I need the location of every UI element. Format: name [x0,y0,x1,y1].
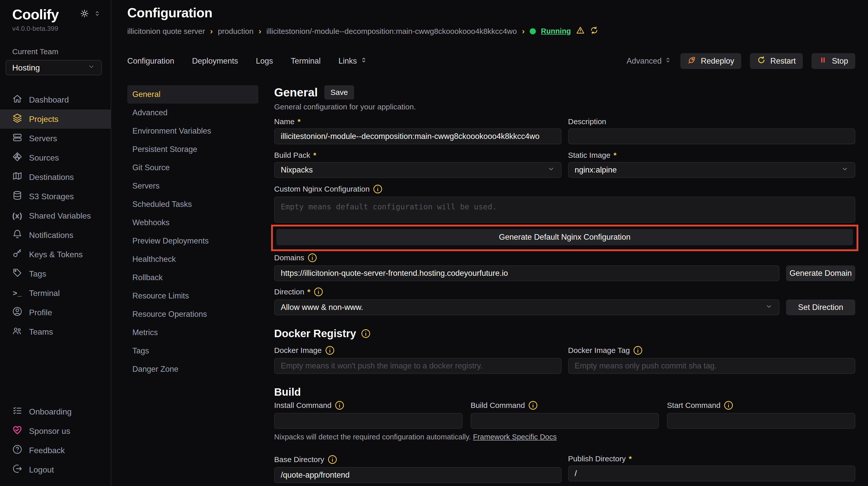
build-command-input[interactable] [471,413,659,429]
sidebar-item-logout[interactable]: Logout [0,460,111,479]
warning-triangle-icon[interactable] [576,26,585,36]
subnav-metrics[interactable]: Metrics [127,323,258,342]
sidebar-item-teams[interactable]: Teams [0,322,111,342]
redeploy-button[interactable]: Redeploy [680,53,741,69]
breadcrumb-environment[interactable]: production [218,27,253,36]
sidebar-item-tags[interactable]: Tags [0,264,111,284]
theme-switcher-chevrons-icon[interactable] [93,10,101,18]
tab-logs[interactable]: Logs [256,57,273,66]
stop-button[interactable]: Stop [811,53,855,69]
info-icon[interactable] [633,345,643,355]
sidebar-item-label: Profile [29,308,52,317]
tab-configuration[interactable]: Configuration [127,57,174,66]
build-pack-label: Build Pack* [274,151,561,160]
shared-variables-icon: (x) [12,212,22,220]
general-form: General Save General configuration for y… [274,85,855,486]
sidebar-item-label: Tags [29,269,46,279]
restart-button[interactable]: Restart [750,53,803,69]
breadcrumb-resource[interactable]: illicitestonion/-module--decomposition:m… [267,27,517,36]
bell-icon [12,229,22,241]
refresh-icon[interactable] [590,26,598,36]
sidebar-item-dashboard[interactable]: Dashboard [0,90,111,109]
sidebar-item-label: Sources [29,153,59,163]
sidebar-item-sources[interactable]: Sources [0,148,111,167]
subnav-scheduled-tasks[interactable]: Scheduled Tasks [127,195,258,214]
sidebar-item-onboarding[interactable]: Onboarding [0,402,111,421]
subnav-servers[interactable]: Servers [127,177,258,195]
info-icon[interactable] [307,253,317,263]
git-icon [12,152,22,164]
subnav-persistent-storage[interactable]: Persistent Storage [127,140,258,159]
subnav-danger-zone[interactable]: Danger Zone [127,360,258,378]
sidebar-item-servers[interactable]: Servers [0,129,111,148]
base-directory-label: Base Directory [274,454,561,465]
sidebar-item-sponsor[interactable]: Sponsor us [0,421,111,441]
name-input[interactable] [274,129,561,144]
subnav-rollback[interactable]: Rollback [127,268,258,287]
info-icon[interactable] [373,184,383,194]
sidebar-item-profile[interactable]: Profile [0,303,111,322]
generate-domain-button[interactable]: Generate Domain [786,265,855,281]
start-command-input[interactable] [667,413,855,429]
tab-links[interactable]: Links [339,56,368,66]
info-icon[interactable] [327,454,338,465]
tab-deployments[interactable]: Deployments [192,57,238,66]
subnav-advanced[interactable]: Advanced [127,103,258,122]
database-icon [12,190,22,202]
sidebar-item-projects[interactable]: Projects [0,109,111,129]
domains-input[interactable] [274,265,779,281]
sidebar-item-destinations[interactable]: Destinations [0,167,111,187]
sidebar-item-label: Terminal [29,289,60,298]
map-icon [12,171,22,183]
section-title-general: General [274,86,318,99]
docker-image-tag-label: Docker Image Tag [568,345,856,355]
subnav-healthcheck[interactable]: Healthcheck [127,250,258,268]
subnav-resource-limits[interactable]: Resource Limits [127,287,258,305]
docker-image-input[interactable] [274,358,561,374]
subnav-webhooks[interactable]: Webhooks [127,214,258,232]
info-icon[interactable] [723,400,734,411]
info-icon[interactable] [528,400,538,411]
subnav-preview-deployments[interactable]: Preview Deployments [127,232,258,250]
sidebar-item-s3-storages[interactable]: S3 Storages [0,187,111,206]
set-direction-button[interactable]: Set Direction [786,299,855,315]
tab-terminal[interactable]: Terminal [291,57,321,66]
nixpacks-note: Nixpacks will detect the required config… [274,433,855,441]
info-icon[interactable] [313,287,323,297]
info-icon[interactable] [335,400,345,411]
annotation-highlight-box: Generate Default Nginx Configuration [271,225,858,251]
home-icon [12,94,22,106]
info-icon[interactable] [325,345,335,355]
status-badge[interactable]: Running [541,27,571,35]
save-button[interactable]: Save [324,85,354,99]
team-select[interactable]: Hosting [6,60,102,75]
docker-image-tag-input[interactable] [568,358,856,374]
sidebar-item-notifications[interactable]: Notifications [0,225,111,245]
theme-sun-icon[interactable] [80,9,89,19]
subnav-environment-variables[interactable]: Environment Variables [127,122,258,140]
subnav-resource-operations[interactable]: Resource Operations [127,305,258,323]
page-title: Configuration [127,5,855,20]
sidebar-item-feedback[interactable]: Feedback [0,441,111,460]
nginx-config-textarea[interactable] [274,197,855,223]
description-input[interactable] [568,129,856,144]
sidebar-item-keys-tokens[interactable]: Keys & Tokens [0,245,111,264]
subnav-tags[interactable]: Tags [127,342,258,360]
framework-docs-link[interactable]: Framework Specific Docs [473,433,557,441]
publish-directory-input[interactable] [568,466,856,481]
breadcrumb-project[interactable]: illicitonion quote server [127,27,205,36]
sidebar-item-label: Sponsor us [29,426,70,436]
sidebar-item-label: Shared Variables [29,211,91,221]
subnav-git-source[interactable]: Git Source [127,159,258,177]
static-image-select[interactable]: nginx:alpine [568,162,856,178]
sidebar-item-shared-variables[interactable]: (x) Shared Variables [0,206,111,225]
sidebar-item-terminal[interactable]: >_ Terminal [0,284,111,303]
build-pack-select[interactable]: Nixpacks [274,162,561,178]
generate-nginx-config-button[interactable]: Generate Default Nginx Configuration [276,229,853,245]
install-command-input[interactable] [274,413,463,429]
subnav-general[interactable]: General [127,85,258,103]
base-directory-input[interactable] [274,467,561,483]
advanced-dropdown[interactable]: Advanced [626,56,672,66]
direction-select[interactable]: Allow www & non-www. [274,299,779,315]
info-icon[interactable] [361,328,371,339]
